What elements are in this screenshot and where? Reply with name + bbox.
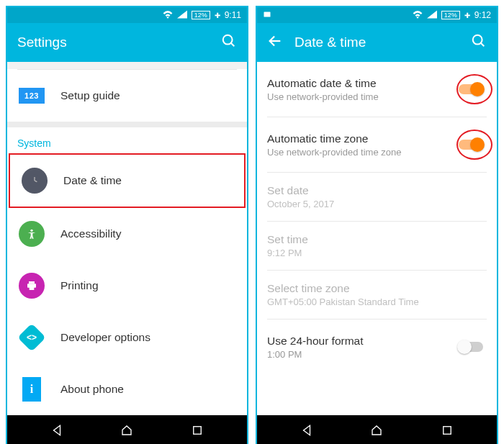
item-subtext: October 5, 2017	[267, 199, 334, 209]
clock-icon	[22, 168, 48, 194]
printer-icon	[19, 273, 45, 299]
nav-recents-button[interactable]	[189, 422, 206, 439]
item-subtext: Use network-provided time	[267, 91, 379, 102]
status-bar: 12% ✚ 9:11	[7, 7, 247, 23]
phone-right-datetime: 12% ✚ 9:12 Date & time Automatic date & …	[256, 6, 498, 444]
item-subtext: GMT+05:00 Pakistan Standard Time	[267, 296, 419, 307]
nav-back-button[interactable]	[48, 422, 66, 439]
item-label: Use 24-hour format	[267, 335, 364, 348]
nav-home-button[interactable]	[118, 422, 135, 439]
annotation-circle	[456, 130, 492, 160]
item-label: Set date	[267, 184, 334, 197]
svg-point-12	[473, 35, 482, 45]
item-label: Date & time	[63, 174, 122, 187]
item-developer-options[interactable]: <> Developer options	[7, 312, 247, 363]
svg-rect-9	[194, 427, 202, 435]
svg-point-0	[223, 35, 233, 45]
appbar-title: Settings	[17, 35, 210, 50]
navigation-bar	[257, 415, 497, 444]
app-bar: Date & time	[257, 23, 497, 62]
item-setup-guide[interactable]: 123 Setup guide	[7, 70, 247, 122]
item-label: Select time zone	[267, 282, 419, 295]
battery-plus-icon: ✚	[215, 12, 220, 19]
app-bar: Settings	[7, 23, 247, 62]
item-label: Setup guide	[60, 89, 120, 102]
search-icon[interactable]	[221, 33, 237, 52]
svg-line-13	[481, 43, 485, 47]
settings-content: 123 Setup guide System Date & time Acces…	[7, 62, 247, 415]
toggle-switch[interactable]	[459, 342, 483, 352]
item-label: Developer options	[60, 331, 150, 344]
item-accessibility[interactable]: Accessibility	[7, 208, 247, 260]
item-select-time-zone: Select time zone GMT+05:00 Pakistan Stan…	[257, 271, 497, 319]
wifi-icon	[163, 10, 173, 21]
item-about-phone[interactable]: i About phone	[7, 363, 247, 415]
annotation-circle	[456, 74, 492, 104]
battery-indicator: 12%	[192, 11, 210, 19]
svg-rect-14	[444, 427, 451, 435]
item-printing[interactable]: Printing	[7, 260, 247, 312]
screenshot-icon	[263, 10, 271, 21]
about-phone-icon: i	[22, 377, 41, 402]
svg-rect-8	[30, 286, 35, 290]
item-subtext: 9:12 PM	[267, 248, 308, 258]
item-auto-time-zone[interactable]: Automatic time zone Use network-provided…	[257, 117, 497, 172]
clock-text: 9:12	[474, 10, 491, 20]
back-arrow-icon[interactable]	[267, 33, 283, 52]
developer-icon: <>	[17, 323, 46, 352]
item-label: Automatic time zone	[267, 132, 401, 145]
phone-left-settings: 12% ✚ 9:11 Settings 123 Setup guide Syst…	[6, 6, 248, 444]
item-label: Printing	[60, 279, 99, 292]
item-use-24h-format[interactable]: Use 24-hour format 1:00 PM	[257, 320, 497, 374]
item-date-time[interactable]: Date & time	[9, 153, 246, 208]
wifi-icon	[413, 10, 423, 21]
signal-icon	[427, 10, 437, 21]
datetime-content: Automatic date & time Use network-provid…	[257, 62, 497, 415]
status-bar: 12% ✚ 9:12	[257, 7, 497, 23]
item-label: About phone	[60, 383, 124, 396]
accessibility-icon	[19, 221, 45, 247]
setup-guide-icon: 123	[19, 88, 45, 104]
nav-home-button[interactable]	[368, 422, 385, 439]
item-set-time: Set time 9:12 PM	[257, 222, 497, 270]
svg-rect-10	[264, 12, 271, 17]
item-subtext: Use network-provided time zone	[267, 147, 401, 158]
item-auto-date-time[interactable]: Automatic date & time Use network-provid…	[257, 62, 497, 117]
item-set-date: Set date October 5, 2017	[257, 173, 497, 221]
item-label: Accessibility	[60, 227, 121, 240]
svg-rect-6	[29, 281, 35, 284]
item-label: Set time	[267, 233, 308, 246]
search-icon[interactable]	[471, 33, 487, 52]
signal-icon	[177, 10, 187, 21]
svg-line-1	[231, 43, 235, 47]
battery-indicator: 12%	[441, 11, 460, 19]
svg-point-5	[30, 230, 32, 232]
clock-text: 9:11	[225, 10, 241, 20]
item-label: Automatic date & time	[267, 77, 379, 90]
item-subtext: 1:00 PM	[267, 349, 364, 360]
navigation-bar	[7, 415, 247, 444]
section-header-system: System	[7, 127, 247, 153]
nav-recents-button[interactable]	[438, 422, 456, 439]
battery-plus-icon: ✚	[464, 12, 470, 19]
nav-back-button[interactable]	[298, 422, 315, 439]
appbar-title: Date & time	[294, 35, 459, 50]
